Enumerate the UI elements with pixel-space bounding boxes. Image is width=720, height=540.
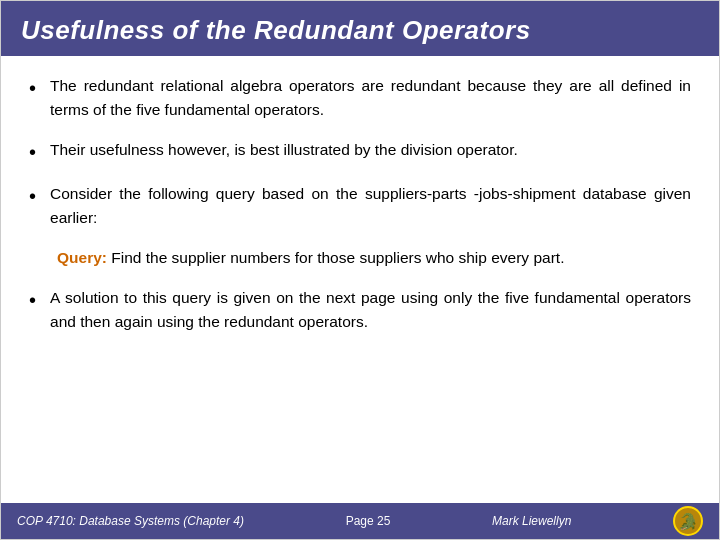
slide-header: Usefulness of the Redundant Operators xyxy=(1,1,719,56)
query-label: Query: xyxy=(57,249,107,266)
footer-page: Page 25 xyxy=(346,514,391,528)
slide-title: Usefulness of the Redundant Operators xyxy=(21,15,531,45)
bullet-dot-3: • xyxy=(29,182,36,210)
slide: Usefulness of the Redundant Operators • … xyxy=(0,0,720,540)
footer-logo-symbol: 🐊 xyxy=(678,512,698,531)
bullet-text-2: Their usefulness however, is best illust… xyxy=(50,138,691,162)
footer-course: COP 4710: Database Systems (Chapter 4) xyxy=(17,514,244,528)
bullet-text-4: A solution to this query is given on the… xyxy=(50,286,691,334)
bullet-dot-1: • xyxy=(29,74,36,102)
bullet-item-4: • A solution to this query is given on t… xyxy=(29,286,691,334)
slide-content: • The redundant relational algebra opera… xyxy=(1,56,719,503)
query-text: Find the supplier numbers for those supp… xyxy=(107,249,564,266)
query-block: Query: Find the supplier numbers for tho… xyxy=(57,246,691,270)
bullet-dot-4: • xyxy=(29,286,36,314)
bullet-dot-2: • xyxy=(29,138,36,166)
bullet-item-3: • Consider the following query based on … xyxy=(29,182,691,230)
footer-author: Mark Liewellyn xyxy=(492,514,571,528)
bullet-text-3: Consider the following query based on th… xyxy=(50,182,691,230)
footer-logo: 🐊 xyxy=(673,506,703,536)
bullet-item-1: • The redundant relational algebra opera… xyxy=(29,74,691,122)
bullet-item-2: • Their usefulness however, is best illu… xyxy=(29,138,691,166)
slide-footer: COP 4710: Database Systems (Chapter 4) P… xyxy=(1,503,719,539)
bullet-text-1: The redundant relational algebra operato… xyxy=(50,74,691,122)
